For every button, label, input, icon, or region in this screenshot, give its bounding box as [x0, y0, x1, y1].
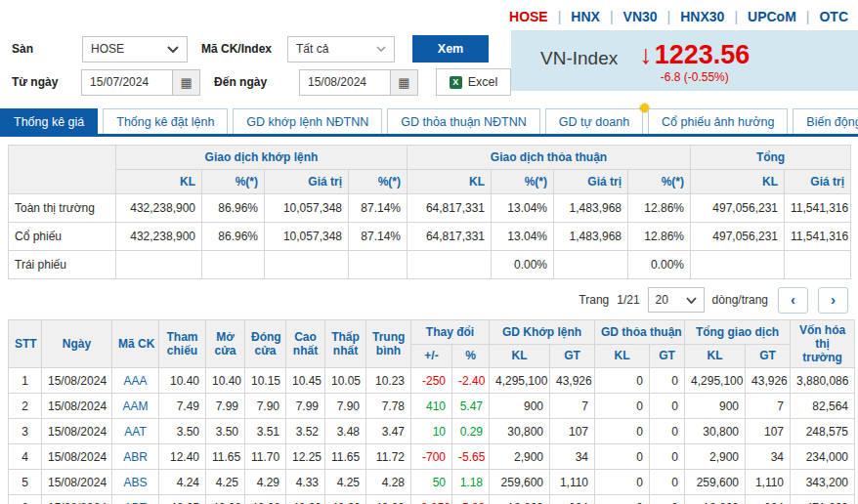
tab-co-phieu-anh-huong[interactable]: Cổ phiếu ảnh hưởng: [648, 108, 788, 134]
stock-code-link[interactable]: ABR: [112, 444, 159, 470]
excel-button-label: Excel: [468, 75, 498, 89]
calendar-icon[interactable]: ▦: [172, 70, 199, 95]
cell: 1,110: [746, 470, 791, 495]
rows-per-page-select[interactable]: 20: [648, 287, 705, 313]
market-link-hnx30[interactable]: HNX30: [680, 9, 724, 24]
cell: 11,541,316: [785, 194, 851, 223]
cell: 664: [746, 495, 791, 504]
cell: 3.52: [286, 419, 325, 444]
cell: 30,800: [685, 419, 746, 444]
cell-stt: 4: [9, 444, 42, 470]
stock-price-table: STT Ngày Mã CK Tham chiếu Mở cửa Đóng cử…: [8, 319, 855, 504]
cell: 0: [650, 419, 685, 444]
from-date-field: ▦: [81, 69, 200, 96]
table-row: 6 15/08/2024 ABT 42.25 40.00 40.00 40.00…: [9, 495, 855, 504]
cell: 1,483,968: [554, 223, 628, 251]
cell: [116, 251, 202, 279]
cell: 432,238,900: [116, 223, 202, 251]
cell: 107: [550, 419, 595, 444]
cell-date: 15/08/2024: [42, 495, 112, 504]
cell: 11.72: [366, 444, 411, 470]
cell-change-pct: -2.40: [452, 368, 490, 394]
from-date-input[interactable]: [82, 70, 172, 95]
group-header-tong-giao-dich: Tổng giao dịch: [685, 320, 791, 345]
stock-code-combobox-value: Tất cả: [296, 42, 328, 56]
cell: 10.23: [366, 368, 411, 394]
tab-thong-ke-dat-lenh[interactable]: Thống kê đặt lệnh: [103, 108, 228, 134]
cell-stt: 6: [9, 495, 42, 504]
stock-code-link[interactable]: AAT: [112, 419, 159, 444]
chevron-down-icon: [686, 297, 697, 304]
next-page-button[interactable]: ›: [818, 287, 848, 314]
cell: 11.70: [245, 444, 286, 470]
col-header-von-hoa: Vốn hóa thị trường: [791, 320, 855, 368]
cell: 0: [595, 444, 650, 470]
cell: 16,600: [490, 495, 550, 504]
to-date-input[interactable]: [300, 70, 390, 95]
calendar-icon[interactable]: ▦: [390, 70, 417, 95]
cell: 10,057,348: [265, 194, 349, 223]
exchange-select-value: HOSE: [91, 42, 124, 56]
summary-row: Cổ phiếu 432,238,900 86.96% 10,057,348 8…: [9, 223, 851, 251]
tab-gd-thoa-thuan-ndtnn[interactable]: GD thỏa thuận NĐTNN: [387, 108, 540, 134]
cell: 107: [746, 419, 791, 444]
cell: 2,900: [490, 444, 550, 470]
market-link-hose[interactable]: HOSE: [509, 9, 548, 24]
cell: 10.40: [206, 368, 245, 394]
market-link-vn30[interactable]: VN30: [623, 9, 658, 24]
exchange-select[interactable]: HOSE: [82, 36, 188, 63]
sub-header: KL: [595, 344, 650, 368]
cell: 40.00: [206, 495, 245, 504]
tab-gd-tu-doanh[interactable]: GD tự doanh✹: [545, 108, 643, 134]
col-header-trung-binh: Trung bình: [366, 320, 411, 368]
col-header: KL: [691, 170, 785, 194]
cell: 10,057,348: [265, 223, 349, 251]
cell-change: -250: [411, 368, 452, 394]
cell: 0: [595, 368, 650, 394]
stock-code-link[interactable]: AAM: [112, 394, 159, 419]
table-row: 5 15/08/2024 ABS 4.24 4.25 4.29 4.33 4.2…: [9, 470, 855, 495]
cell: 42.25: [159, 495, 206, 504]
market-link-otc[interactable]: OTC: [819, 9, 848, 24]
cell: 16,600: [685, 495, 746, 504]
market-link-upcom[interactable]: UPCoM: [748, 9, 796, 24]
cell: 1,110: [550, 470, 595, 495]
cell: 3.50: [206, 419, 245, 444]
market-link-hnx[interactable]: HNX: [571, 9, 600, 24]
stock-code-link[interactable]: ABS: [112, 470, 159, 495]
sub-header: GT: [650, 344, 685, 368]
cell-stt: 5: [9, 470, 42, 495]
cell: 40.00: [325, 495, 366, 504]
col-header-thap-nhat: Thấp nhất: [325, 320, 366, 368]
cell: 7.90: [245, 394, 286, 419]
excel-export-button[interactable]: X Excel: [436, 68, 511, 96]
rows-per-page-label: dòng/trang: [712, 293, 768, 307]
from-date-label: Từ ngày: [12, 75, 81, 89]
tab-bien-dong-co-phieu[interactable]: Biến động cổ phiếu: [793, 108, 858, 134]
tab-thong-ke-gia[interactable]: Thống kê giá: [0, 108, 98, 134]
stock-code-link[interactable]: ABT: [112, 495, 159, 504]
col-header: %(*): [202, 170, 265, 194]
col-header-mo-cua: Mở cửa: [206, 320, 245, 368]
cell: 7.49: [159, 394, 206, 419]
cell: 86.96%: [202, 223, 265, 251]
page-value: 1/21: [617, 293, 639, 307]
stock-code-combobox[interactable]: Tất cả: [287, 36, 395, 63]
cell: 7: [746, 394, 791, 419]
col-header-ngay: Ngày: [42, 320, 112, 368]
pagination: Trang 1/21 20 dòng/trang ‹ ›: [0, 286, 848, 314]
cell: 432,238,900: [116, 194, 202, 223]
prev-page-button[interactable]: ‹: [778, 287, 808, 314]
cell: 0: [595, 394, 650, 419]
cell: 12.86%: [628, 223, 691, 251]
tab-gd-khop-lenh-ndtnn[interactable]: GD khớp lệnh NĐTNN: [233, 108, 382, 134]
cell: 0: [595, 419, 650, 444]
cell: 10.15: [245, 368, 286, 394]
cell: 4.33: [286, 470, 325, 495]
view-button[interactable]: Xem: [412, 35, 489, 63]
cell: 900: [685, 394, 746, 419]
stock-code-link[interactable]: AAA: [112, 368, 159, 394]
cell: [202, 251, 265, 279]
cell-market-cap: 248,575: [791, 419, 855, 444]
row-label: Cổ phiếu: [9, 223, 116, 251]
